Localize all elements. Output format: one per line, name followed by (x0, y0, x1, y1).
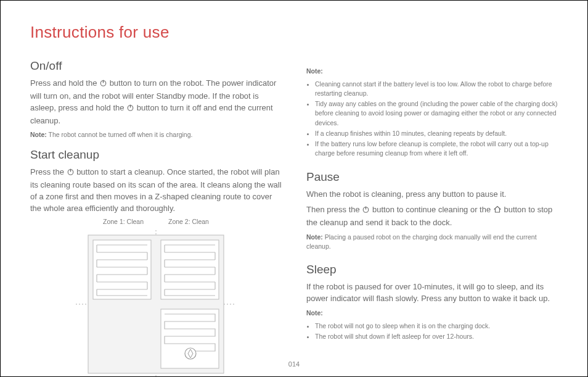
text: Press and hold the (30, 78, 99, 88)
cleaning-diagram (30, 230, 282, 377)
svg-rect-10 (161, 240, 219, 299)
onoff-paragraph: Press and hold the button to turn on the… (30, 78, 282, 126)
pause-heading: Pause (306, 170, 558, 184)
note-item: If the battery runs low before cleanup i… (315, 139, 558, 158)
pause-note: Note: Placing a paused robot on the char… (306, 233, 558, 251)
note-item: Tidy away any cables on the ground (incl… (315, 99, 558, 128)
power-icon (126, 104, 134, 115)
right-column: Note: Cleaning cannot start if the batte… (306, 51, 558, 377)
sleep-heading: Sleep (306, 263, 558, 276)
page-title: Instructions for use (30, 23, 558, 42)
page-number: 014 (1, 360, 587, 368)
start-heading: Start cleanup (30, 148, 282, 162)
svg-rect-9 (93, 240, 151, 299)
zone-labels-top: Zone 1: Clean Zone 2: Clean (30, 218, 282, 225)
note-item: The robot will shut down if left asleep … (315, 332, 558, 341)
text: button to continue cleaning or the (370, 205, 492, 214)
power-icon (362, 205, 370, 217)
text: Then press the (306, 205, 362, 214)
columns: On/off Press and hold the button to turn… (30, 51, 558, 377)
note-label: Note: (306, 309, 323, 317)
pause-p2: Then press the button to continue cleani… (306, 204, 558, 229)
power-icon (99, 79, 107, 91)
note-label: Note: (30, 131, 47, 138)
sleep-note-label: Note: (306, 309, 558, 318)
notes-right-label: Note: (306, 67, 558, 76)
left-column: On/off Press and hold the button to turn… (30, 51, 282, 377)
power-icon (67, 168, 75, 180)
zone1-label: Zone 1: Clean (103, 218, 144, 225)
onoff-note: Note: The robot cannot be turned off whe… (30, 130, 282, 139)
page: Instructions for use On/off Press and ho… (1, 1, 587, 376)
notes-right-list: Cleaning cannot start if the battery lev… (306, 80, 558, 159)
note-item: The robot will not go to sleep when it i… (315, 321, 558, 331)
note-text: Placing a paused robot on the charging d… (306, 233, 537, 250)
sleep-p1: If the robot is paused for over 10-minut… (306, 281, 558, 305)
sleep-notes-list: The robot will not go to sleep when it i… (306, 321, 558, 341)
start-paragraph: Press the button to start a cleanup. Onc… (30, 167, 282, 214)
note-item: Cleaning cannot start if the battery lev… (315, 80, 558, 98)
note-label: Note: (306, 233, 323, 241)
text: Press the (30, 167, 67, 176)
home-icon (493, 205, 502, 217)
zone2-label: Zone 2: Clean (168, 218, 209, 225)
pause-p1: When the robot is cleaning, press any bu… (306, 189, 558, 201)
note-text: The robot cannot be turned off when it i… (47, 131, 193, 138)
onoff-heading: On/off (30, 59, 282, 73)
note-item: If a cleanup finishes within 10 minutes,… (315, 129, 558, 138)
note-label: Note: (306, 67, 323, 75)
